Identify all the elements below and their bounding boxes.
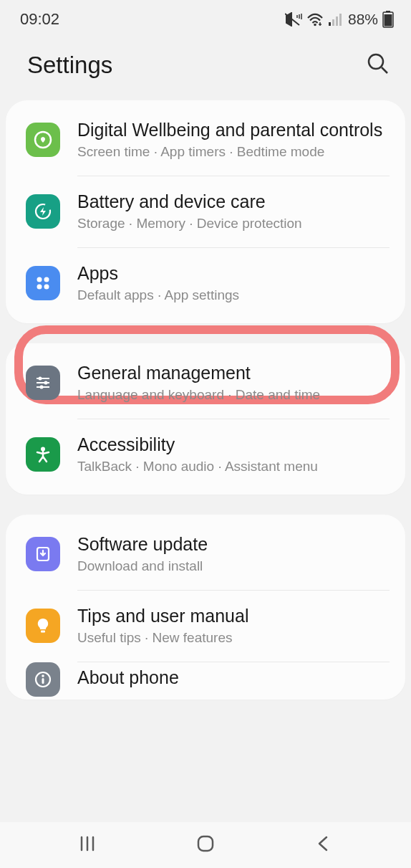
item-text: Battery and device care Storage · Memory… [77,191,390,233]
item-text: Tips and user manual Useful tips · New f… [77,605,390,647]
item-title: Accessibility [77,434,390,456]
item-subtitle: TalkBack · Mono audio · Assistant menu [77,458,390,476]
item-subtitle: Screen time · App timers · Bedtime mode [77,143,390,161]
settings-group: Digital Wellbeing and parental controls … [6,100,405,323]
status-bar: 09:02 88% [0,0,411,34]
wellbeing-icon [26,123,60,157]
svg-rect-24 [198,836,213,851]
recents-icon [77,834,97,854]
svg-point-14 [44,285,49,290]
sliders-icon [26,366,60,400]
item-general-management[interactable]: General management Language and keyboard… [6,348,405,419]
item-title: Apps [77,262,390,285]
status-icons: 88% [285,11,394,28]
item-title: Digital Wellbeing and parental controls [77,119,390,141]
about-phone-icon [26,662,60,697]
item-text: General management Language and keyboard… [77,362,390,404]
item-digital-wellbeing[interactable]: Digital Wellbeing and parental controls … [6,105,405,176]
battery-icon [382,11,394,28]
svg-point-15 [39,377,42,381]
svg-rect-4 [339,14,342,26]
svg-point-11 [37,277,42,282]
item-text: About phone [77,667,390,691]
apps-icon [26,266,60,300]
page-header: Settings [0,34,411,100]
svg-rect-1 [329,22,331,26]
item-text: Digital Wellbeing and parental controls … [77,119,390,161]
settings-group: Software update Download and install Tip… [6,515,405,700]
battery-percent: 88% [348,11,378,28]
battery-care-icon [26,194,60,229]
item-about-phone[interactable]: About phone [6,662,405,700]
item-text: Accessibility TalkBack · Mono audio · As… [77,434,390,476]
svg-point-12 [44,277,49,282]
software-update-icon [26,537,60,571]
page-title: Settings [27,52,112,79]
item-subtitle: Language and keyboard · Date and time [77,386,390,404]
item-software-update[interactable]: Software update Download and install [6,519,405,590]
svg-point-8 [369,54,383,69]
tips-icon [26,609,60,643]
svg-rect-3 [336,16,338,26]
item-subtitle: Default apps · App settings [77,287,390,305]
navigation-bar [0,822,411,868]
item-title: Battery and device care [77,191,390,213]
svg-rect-2 [332,19,334,26]
settings-group: General management Language and keyboard… [6,343,405,495]
nav-back-button[interactable] [314,834,334,857]
svg-point-22 [42,674,44,677]
item-title: General management [77,362,390,384]
svg-rect-20 [41,631,45,633]
svg-rect-7 [385,14,392,27]
svg-point-17 [40,386,44,389]
item-battery-device-care[interactable]: Battery and device care Storage · Memory… [6,176,405,247]
item-title: About phone [77,667,390,689]
home-icon [195,833,216,854]
item-text: Software update Download and install [77,533,390,576]
item-title: Tips and user manual [77,605,390,627]
item-subtitle: Useful tips · New features [77,629,390,647]
search-icon [367,52,390,75]
item-text: Apps Default apps · App settings [77,262,390,305]
item-tips-manual[interactable]: Tips and user manual Useful tips · New f… [6,591,405,662]
svg-point-16 [44,381,48,385]
svg-rect-23 [42,678,44,684]
item-accessibility[interactable]: Accessibility TalkBack · Mono audio · As… [6,419,405,490]
svg-point-13 [37,285,42,290]
back-icon [314,834,334,854]
item-title: Software update [77,533,390,555]
search-button[interactable] [367,52,390,78]
item-subtitle: Storage · Memory · Device protection [77,215,390,233]
nav-recents-button[interactable] [77,834,97,857]
status-time: 09:02 [20,10,59,29]
accessibility-icon [26,437,60,472]
svg-point-0 [314,24,316,27]
wifi-icon [306,12,324,27]
mute-vibrate-icon [285,12,302,27]
nav-home-button[interactable] [195,833,216,857]
signal-icon [328,12,344,27]
item-apps[interactable]: Apps Default apps · App settings [6,248,405,319]
item-subtitle: Download and install [77,558,390,576]
